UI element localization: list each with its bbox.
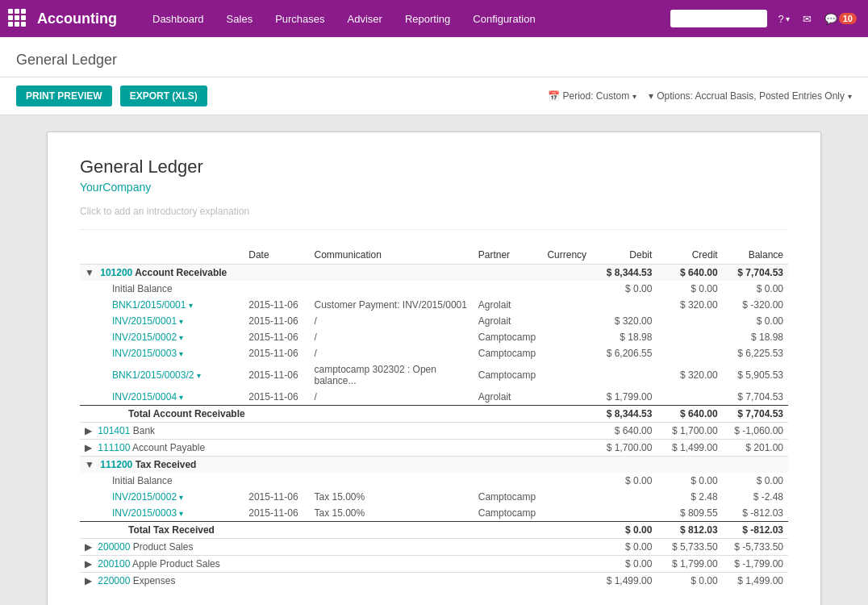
- collapsed-account-id[interactable]: 200000: [98, 541, 130, 553]
- collapsed-debit: $ 640.00: [591, 423, 657, 440]
- entry-caret[interactable]: ▾: [179, 393, 183, 402]
- collapsed-account-id[interactable]: 101401: [98, 425, 130, 436]
- search-input[interactable]: [670, 10, 767, 27]
- initial-comm: [310, 473, 474, 489]
- account-debit: [591, 457, 657, 474]
- period-filter[interactable]: 📅 Period: Custom ▾: [548, 90, 637, 102]
- account-id-link[interactable]: 111200: [100, 459, 132, 470]
- entry-ref-link[interactable]: INV/2015/0001: [112, 315, 177, 327]
- entry-currency: [541, 389, 591, 406]
- options-caret: ▾: [848, 92, 852, 101]
- account-header-label[interactable]: ▼ 111200 Tax Received: [80, 457, 591, 474]
- collapsed-account-label[interactable]: ▶ 200000 Product Sales: [80, 539, 591, 556]
- entry-ref[interactable]: INV/2015/0003 ▾: [80, 345, 244, 361]
- nav-adviser[interactable]: Adviser: [336, 0, 394, 37]
- export-xls-button[interactable]: EXPORT (XLS): [120, 86, 207, 106]
- report-intro[interactable]: Click to add an introductory explanation: [80, 206, 788, 230]
- entry-ref-link[interactable]: BNK1/2015/0003/2: [112, 369, 194, 381]
- collapsed-credit: $ 1,799.00: [657, 556, 722, 573]
- messages-icon-btn[interactable]: ✉: [799, 10, 815, 28]
- collapsed-balance: $ -5,733.50: [723, 539, 788, 556]
- account-name: Tax Received: [136, 459, 197, 470]
- expand-icon[interactable]: ▶: [85, 575, 92, 586]
- entry-communication: camptocamp 302302 : Open balance...: [310, 361, 474, 389]
- collapse-icon[interactable]: ▼: [85, 459, 94, 470]
- collapsed-debit: $ 1,499.00: [591, 573, 657, 590]
- entry-ref-link[interactable]: INV/2015/0004: [112, 391, 177, 403]
- initial-label: Initial Balance: [80, 473, 244, 489]
- chat-icon-btn[interactable]: 💬 10: [821, 10, 860, 28]
- account-header-label[interactable]: ▼ 101200 Account Receivable: [80, 265, 591, 282]
- collapsed-account-id[interactable]: 220000: [98, 575, 130, 586]
- expand-icon[interactable]: ▶: [85, 425, 92, 436]
- collapsed-account-id[interactable]: 200100: [98, 558, 130, 570]
- account-id-link[interactable]: 101200: [100, 267, 132, 278]
- entry-ref[interactable]: INV/2015/0002 ▾: [80, 489, 244, 505]
- initial-balance-row: Initial Balance $ 0.00 $ 0.00 $ 0.00: [80, 281, 788, 297]
- collapsed-balance: $ 201.00: [723, 440, 788, 457]
- chat-badge: 10: [839, 13, 857, 24]
- collapsed-account-name: Apple Product Sales: [132, 558, 220, 570]
- entry-ref-link[interactable]: INV/2015/0002: [112, 332, 177, 343]
- entry-balance: $ -2.48: [723, 489, 788, 505]
- entry-partner: Camptocamp: [474, 489, 542, 505]
- entry-debit: [591, 505, 657, 522]
- collapsed-account-row: ▶ 200100 Apple Product Sales $ 0.00 $ 1,…: [80, 556, 788, 573]
- entry-ref[interactable]: BNK1/2015/0001 ▾: [80, 297, 244, 313]
- expand-icon[interactable]: ▶: [85, 558, 92, 570]
- collapsed-account-label[interactable]: ▶ 101401 Bank: [80, 423, 591, 440]
- help-icon-btn[interactable]: ? ▾: [775, 10, 793, 28]
- print-preview-button[interactable]: PRINT PREVIEW: [16, 86, 112, 106]
- initial-comm: [310, 281, 474, 297]
- entry-ref-link[interactable]: INV/2015/0002: [112, 491, 177, 503]
- entry-caret[interactable]: ▾: [189, 301, 193, 310]
- nav-sales[interactable]: Sales: [215, 0, 265, 37]
- entry-communication: /: [310, 313, 474, 329]
- entry-ref-link[interactable]: INV/2015/0003: [112, 348, 177, 359]
- entry-caret[interactable]: ▾: [197, 371, 201, 380]
- report-company[interactable]: YourCompany: [80, 181, 788, 194]
- nav-dashboard[interactable]: Dashboard: [141, 0, 215, 37]
- nav-purchases[interactable]: Purchases: [264, 0, 336, 37]
- entry-ref[interactable]: BNK1/2015/0003/2 ▾: [80, 361, 244, 389]
- collapsed-account-label[interactable]: ▶ 200100 Apple Product Sales: [80, 556, 591, 573]
- filter-icon: ▾: [649, 90, 653, 102]
- initial-date: [244, 281, 309, 297]
- entry-ref[interactable]: INV/2015/0001 ▾: [80, 313, 244, 329]
- entry-date: 2015-11-06: [244, 297, 309, 313]
- entry-credit: $ 809.55: [657, 505, 722, 522]
- total-balance: $ -812.03: [723, 522, 788, 539]
- entry-balance: $ -812.03: [723, 505, 788, 522]
- entry-ref[interactable]: INV/2015/0002 ▾: [80, 329, 244, 345]
- entry-caret[interactable]: ▾: [179, 349, 183, 358]
- nav-configuration[interactable]: Configuration: [461, 0, 546, 37]
- account-balance: [723, 457, 788, 474]
- entry-caret[interactable]: ▾: [179, 493, 183, 502]
- options-filter[interactable]: ▾ Options: Accrual Basis, Posted Entries…: [649, 90, 852, 102]
- collapsed-account-label[interactable]: ▶ 220000 Expenses: [80, 573, 591, 590]
- collapsed-account-label[interactable]: ▶ 111100 Account Payable: [80, 440, 591, 457]
- initial-currency: [541, 473, 591, 489]
- app-grid-icon[interactable]: [8, 9, 27, 28]
- entry-partner: Camptocamp: [474, 329, 542, 345]
- expand-icon[interactable]: ▶: [85, 442, 92, 453]
- entry-credit: [657, 389, 722, 406]
- collapsed-debit: $ 1,700.00: [591, 440, 657, 457]
- entry-caret[interactable]: ▾: [179, 509, 183, 518]
- entry-ref[interactable]: INV/2015/0003 ▾: [80, 505, 244, 522]
- nav-reporting[interactable]: Reporting: [394, 0, 461, 37]
- entry-caret[interactable]: ▾: [179, 333, 183, 342]
- entry-caret[interactable]: ▾: [179, 317, 183, 326]
- entry-ref-link[interactable]: INV/2015/0003: [112, 507, 177, 519]
- entry-ref-link[interactable]: BNK1/2015/0001: [112, 299, 186, 311]
- initial-credit: $ 0.00: [657, 473, 722, 489]
- collapse-icon[interactable]: ▼: [85, 267, 94, 278]
- entry-partner: Agrolait: [474, 389, 542, 406]
- entry-balance: $ -320.00: [723, 297, 788, 313]
- entry-date: 2015-11-06: [244, 505, 309, 522]
- entry-ref[interactable]: INV/2015/0004 ▾: [80, 389, 244, 406]
- expand-icon[interactable]: ▶: [85, 541, 92, 553]
- collapsed-account-id[interactable]: 111100: [98, 442, 130, 453]
- entry-partner: Camptocamp: [474, 505, 542, 522]
- account-credit: $ 640.00: [657, 265, 722, 282]
